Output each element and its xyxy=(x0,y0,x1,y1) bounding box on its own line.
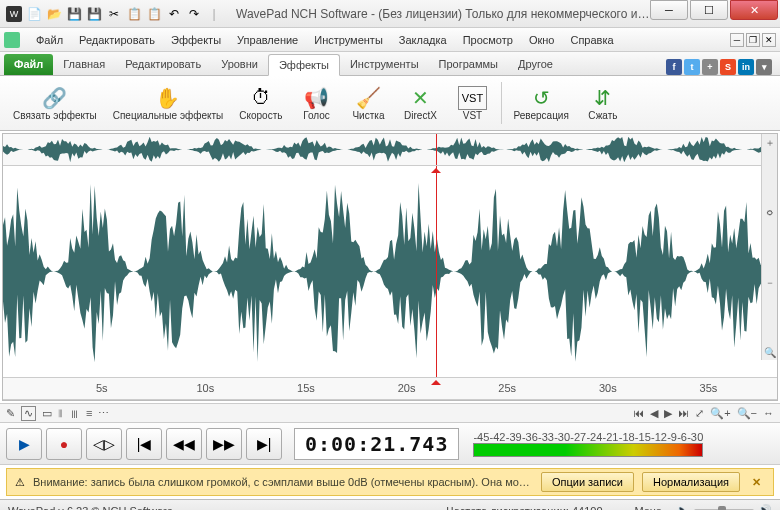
volume-control: 🔈 🔊 xyxy=(676,504,772,510)
speaker-high-icon[interactable]: 🔊 xyxy=(758,504,772,510)
chain-effects-button[interactable]: 🔗Связать эффекты xyxy=(6,79,104,127)
cut-icon[interactable]: ✂ xyxy=(106,6,122,22)
special-effects-button[interactable]: ✋Специальные эффекты xyxy=(106,79,231,127)
time-ruler[interactable]: 5s10s15s20s25s30s35s xyxy=(3,378,777,400)
special-effects-icon: ✋ xyxy=(155,86,180,110)
compress-button[interactable]: ⇵Сжать xyxy=(578,79,628,127)
maximize-button[interactable]: ☐ xyxy=(690,0,728,20)
menu-control[interactable]: Управление xyxy=(229,31,306,49)
redo-icon[interactable]: ↷ xyxy=(186,6,202,22)
tab-5[interactable]: Инструменты xyxy=(340,54,429,75)
hzoom-sel-icon[interactable]: ↔ xyxy=(763,407,774,419)
tab-1[interactable]: Главная xyxy=(53,54,115,75)
tab-7[interactable]: Другое xyxy=(508,54,563,75)
time-mark: 15s xyxy=(297,382,315,394)
forward-button[interactable]: ▶▶ xyxy=(206,428,242,460)
undo-icon[interactable]: ↶ xyxy=(166,6,182,22)
wform-tool-icon[interactable]: ≡ xyxy=(86,407,92,419)
save-all-icon[interactable]: 💾 xyxy=(86,6,102,22)
pencil-tool-icon[interactable]: ✎ xyxy=(6,407,15,420)
hzoom-out-icon[interactable]: 🔍− xyxy=(737,407,757,420)
tab-2[interactable]: Редактировать xyxy=(115,54,211,75)
vzoom-in-icon[interactable]: ＋ xyxy=(765,136,775,150)
forward-end-button[interactable]: ▶| xyxy=(246,428,282,460)
tab-0[interactable]: Файл xyxy=(4,54,53,75)
stop-sel-button[interactable]: ◁▷ xyxy=(86,428,122,460)
stumble-icon[interactable]: S xyxy=(720,59,736,75)
minimize-button[interactable]: ─ xyxy=(650,0,688,20)
hscroll-left-icon[interactable]: ◀ xyxy=(650,407,658,420)
vruler2-tool-icon[interactable]: ⫼ xyxy=(69,407,80,419)
voice-button[interactable]: 📢Голос xyxy=(291,79,341,127)
waveform-overview[interactable] xyxy=(3,134,777,166)
rewind-start-button[interactable]: |◀ xyxy=(126,428,162,460)
menu-window[interactable]: Окно xyxy=(521,31,563,49)
menu-help[interactable]: Справка xyxy=(562,31,621,49)
compress-icon: ⇵ xyxy=(594,86,611,110)
channels-label: Моно xyxy=(634,505,662,511)
google-icon[interactable]: + xyxy=(702,59,718,75)
record-button[interactable]: ● xyxy=(46,428,82,460)
vzoom-search-icon[interactable]: 🔍 xyxy=(764,347,776,358)
reverse-button[interactable]: ↺Реверсация xyxy=(506,79,575,127)
speed-button[interactable]: ⏱Скорость xyxy=(232,79,289,127)
speaker-low-icon[interactable]: 🔈 xyxy=(676,504,690,510)
menu-view[interactable]: Просмотр xyxy=(455,31,521,49)
normalize-button[interactable]: Нормализация xyxy=(642,472,740,492)
time-mark: 35s xyxy=(700,382,718,394)
open-icon[interactable]: 📂 xyxy=(46,6,62,22)
warning-close-icon[interactable]: ✕ xyxy=(748,476,765,489)
menu-bookmark[interactable]: Закладка xyxy=(391,31,455,49)
region-tool-icon[interactable]: ▭ xyxy=(42,407,52,420)
titlebar: W 📄 📂 💾 💾 ✂ 📋 📋 ↶ ↷ | WavePad NCH Softwa… xyxy=(0,0,780,28)
linkedin-icon[interactable]: in xyxy=(738,59,754,75)
time-mark: 5s xyxy=(96,382,108,394)
menu-file[interactable]: Файл xyxy=(28,31,71,49)
tab-4[interactable]: Эффекты xyxy=(268,54,340,76)
app-menu-icon[interactable] xyxy=(4,32,20,48)
more-icon[interactable]: ▾ xyxy=(756,59,772,75)
menu-tools[interactable]: Инструменты xyxy=(306,31,391,49)
warning-bar: ⚠ Внимание: запись была слишком громкой,… xyxy=(6,468,774,496)
copy-icon[interactable]: 📋 xyxy=(126,6,142,22)
twitter-icon[interactable]: t xyxy=(684,59,700,75)
facebook-icon[interactable]: f xyxy=(666,59,682,75)
cleanup-button[interactable]: 🧹Чистка xyxy=(343,79,393,127)
hscroll-start-icon[interactable]: ⏮ xyxy=(633,407,644,419)
reverse-label: Реверсация xyxy=(513,110,568,121)
directx-button[interactable]: ✕DirectX xyxy=(395,79,445,127)
menu-effects[interactable]: Эффекты xyxy=(163,31,229,49)
chain-effects-icon: 🔗 xyxy=(42,86,67,110)
menubar-min-icon[interactable]: ─ xyxy=(730,33,744,47)
vzoom-reset-icon[interactable]: ⭘ xyxy=(765,207,775,218)
menubar-restore-icon[interactable]: ❐ xyxy=(746,33,760,47)
play-button[interactable]: ▶ xyxy=(6,428,42,460)
close-button[interactable]: ✕ xyxy=(730,0,778,20)
dots-tool-icon[interactable]: ⋯ xyxy=(98,407,109,420)
vruler-tool-icon[interactable]: ⫴ xyxy=(58,407,63,420)
tab-6[interactable]: Программы xyxy=(429,54,508,75)
new-icon[interactable]: 📄 xyxy=(26,6,42,22)
record-options-button[interactable]: Опции записи xyxy=(541,472,634,492)
overview-playhead[interactable] xyxy=(436,134,437,165)
menu-edit[interactable]: Редактировать xyxy=(71,31,163,49)
hscroll-right-icon[interactable]: ▶ xyxy=(664,407,672,420)
paste-icon[interactable]: 📋 xyxy=(146,6,162,22)
tab-3[interactable]: Уровни xyxy=(211,54,268,75)
hzoom-in-icon[interactable]: 🔍+ xyxy=(710,407,730,420)
menubar: Файл Редактировать Эффекты Управление Ин… xyxy=(0,28,780,52)
menubar-close-icon[interactable]: ✕ xyxy=(762,33,776,47)
playhead[interactable] xyxy=(436,166,437,377)
rewind-button[interactable]: ◀◀ xyxy=(166,428,202,460)
vzoom-out-icon[interactable]: － xyxy=(765,276,775,290)
window-controls: ─ ☐ ✕ xyxy=(650,0,780,27)
hscroll-end-icon[interactable]: ⏭ xyxy=(678,407,689,419)
vst-label: VST xyxy=(463,110,482,121)
timecode-display: 0:00:21.743 xyxy=(294,428,459,460)
save-icon[interactable]: 💾 xyxy=(66,6,82,22)
waveform-main[interactable] xyxy=(3,166,777,378)
vst-icon: VST xyxy=(458,86,487,110)
select-tool-icon[interactable]: ∿ xyxy=(21,406,36,421)
vst-button[interactable]: VSTVST xyxy=(447,79,497,127)
hzoom-fit-icon[interactable]: ⤢ xyxy=(695,407,704,420)
